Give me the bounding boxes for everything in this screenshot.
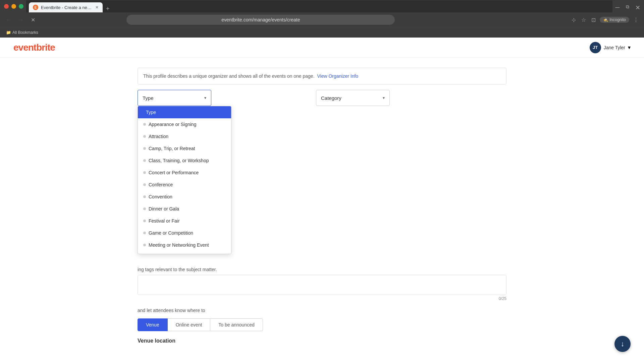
- forward-button[interactable]: →: [16, 15, 25, 24]
- option-label: Appearance or Signing: [149, 122, 196, 127]
- new-tab-button[interactable]: +: [104, 5, 112, 12]
- type-dropdown-label: Type: [143, 95, 154, 101]
- tags-input-area[interactable]: [138, 275, 506, 295]
- dropdown-option-meeting[interactable]: Meeting or Networking Event: [138, 239, 231, 251]
- toolbar-icons: ⊹ ☆ ⊡ 🕵 Incognito ⋮: [570, 15, 640, 24]
- dropdown-option-game[interactable]: Game or Competition: [138, 227, 231, 239]
- avatar: JT: [590, 42, 601, 53]
- tab-title: Eventbrite - Create a new eve...: [41, 5, 93, 10]
- window-close-button[interactable]: [4, 4, 9, 9]
- tab-favicon: E: [33, 5, 38, 10]
- window-maximize-button[interactable]: [19, 4, 23, 9]
- dropdown-option-class[interactable]: Class, Training, or Workshop: [138, 155, 231, 167]
- option-label: Dinner or Gala: [149, 206, 179, 212]
- option-label: Attraction: [149, 134, 168, 139]
- dropdown-option-conference[interactable]: Conference: [138, 179, 231, 191]
- window-controls: [4, 4, 23, 9]
- page-body: This profile describes a unique organize…: [0, 58, 644, 362]
- scroll-down-button[interactable]: ↓: [614, 336, 631, 352]
- tba-button[interactable]: To be announced: [210, 318, 263, 331]
- option-label: Class, Training, or Workshop: [149, 158, 209, 163]
- online-event-button[interactable]: Online event: [168, 318, 210, 331]
- option-label: Conference: [149, 182, 173, 187]
- win-restore-right[interactable]: ⧉: [625, 4, 630, 9]
- tab-bar: E Eventbrite - Create a new eve... ✕ +: [26, 0, 612, 12]
- bookmarks-label: All Bookmarks: [12, 30, 38, 35]
- type-dropdown-scroll[interactable]: Type Appearance or Signing Attraction: [138, 106, 231, 254]
- address-bar-row: ← → ✕ ⊹ ☆ ⊡ 🕵 Incognito ⋮: [0, 13, 644, 27]
- location-button-group: Venue Online event To be announced: [138, 318, 506, 331]
- back-button[interactable]: ←: [4, 15, 13, 24]
- bookmarks-folder[interactable]: 📁 All Bookmarks: [4, 29, 40, 36]
- option-bullet: [143, 123, 146, 126]
- incognito-badge: 🕵 Incognito: [600, 17, 629, 23]
- menu-icon[interactable]: ⋮: [632, 15, 640, 24]
- user-dropdown-chevron: ▾: [628, 44, 631, 51]
- content-area: This profile describes a unique organize…: [138, 64, 506, 344]
- option-bullet: [143, 135, 146, 138]
- option-bullet: [143, 232, 146, 234]
- option-bullet: [143, 183, 146, 186]
- option-label: Meeting or Networking Event: [149, 242, 209, 248]
- dropdown-option-other[interactable]: Other: [138, 251, 231, 254]
- option-label: Type: [146, 110, 156, 115]
- tags-section: ing tags relevant to the subject matter.…: [138, 267, 506, 301]
- char-count: 0/25: [138, 296, 506, 301]
- option-bullet: [143, 220, 146, 222]
- organizer-description: This profile describes a unique organize…: [143, 73, 315, 79]
- option-label: Concert or Performance: [149, 170, 199, 175]
- venue-location-title: Venue location: [138, 338, 506, 344]
- view-organizer-link[interactable]: View Organizer Info: [317, 73, 358, 79]
- dropdown-option-type[interactable]: Type: [138, 106, 231, 118]
- category-dropdown-arrow: ▾: [383, 96, 385, 100]
- type-dropdown-arrow: ▾: [204, 96, 206, 100]
- location-description-text: and let attendees know where to: [138, 308, 506, 313]
- win-minimize-right[interactable]: ─: [615, 4, 620, 9]
- active-tab[interactable]: E Eventbrite - Create a new eve... ✕: [29, 2, 103, 12]
- type-dropdown-button[interactable]: Type ▾: [138, 90, 211, 106]
- organizer-info-bar: This profile describes a unique organize…: [138, 68, 506, 84]
- type-dropdown-menu: Type Appearance or Signing Attraction: [138, 106, 231, 254]
- window-minimize-button[interactable]: [11, 4, 16, 9]
- win-close-right[interactable]: ✕: [635, 4, 640, 9]
- bookmarks-bar: 📁 All Bookmarks: [0, 27, 644, 38]
- location-section: and let attendees know where to Venue On…: [138, 308, 506, 331]
- eventbrite-logo[interactable]: eventbrite: [13, 42, 55, 53]
- split-view-icon[interactable]: ⊡: [590, 15, 597, 24]
- option-label: Convention: [149, 194, 172, 199]
- dropdown-option-dinner[interactable]: Dinner or Gala: [138, 203, 231, 215]
- option-bullet: [143, 195, 146, 198]
- option-bullet: [143, 171, 146, 174]
- reload-button[interactable]: ✕: [28, 15, 38, 24]
- tags-description-text: ing tags relevant to the subject matter.: [138, 267, 217, 272]
- address-input[interactable]: [126, 15, 395, 25]
- site-header: eventbrite JT Jane Tyler ▾: [0, 38, 644, 58]
- option-label: Game or Competition: [149, 230, 193, 236]
- browser-chrome: E Eventbrite - Create a new eve... ✕ + ─…: [0, 0, 644, 38]
- option-bullet: [143, 147, 146, 150]
- type-dropdown-container: Type ▾ Type Appearance or Signi: [138, 90, 211, 106]
- dropdown-option-festival[interactable]: Festival or Fair: [138, 215, 231, 227]
- dropdown-option-appearance[interactable]: Appearance or Signing: [138, 118, 231, 130]
- star-icon[interactable]: ☆: [580, 15, 587, 24]
- tab-close-button[interactable]: ✕: [95, 5, 99, 10]
- option-bullet: [143, 207, 146, 210]
- dropdown-option-concert[interactable]: Concert or Performance: [138, 167, 231, 179]
- dropdown-option-camp[interactable]: Camp, Trip, or Retreat: [138, 142, 231, 155]
- category-dropdown-label: Category: [321, 95, 341, 101]
- option-label: Camp, Trip, or Retreat: [149, 146, 195, 151]
- venue-button[interactable]: Venue: [138, 318, 168, 331]
- option-bullet: [143, 159, 146, 162]
- folder-icon: 📁: [6, 30, 11, 35]
- cast-icon[interactable]: ⊹: [570, 15, 577, 24]
- category-dropdown-button[interactable]: Category ▾: [316, 90, 390, 106]
- dropdown-option-convention[interactable]: Convention: [138, 191, 231, 203]
- dropdown-option-attraction[interactable]: Attraction: [138, 130, 231, 142]
- option-bullet: [143, 244, 146, 246]
- user-name: Jane Tyler: [604, 45, 625, 50]
- titlebar: E Eventbrite - Create a new eve... ✕ + ─…: [0, 0, 644, 13]
- incognito-icon: 🕵: [603, 17, 608, 22]
- main-content: This profile describes a unique organize…: [0, 58, 644, 362]
- tags-description: ing tags relevant to the subject matter.: [138, 267, 506, 272]
- user-menu[interactable]: JT Jane Tyler ▾: [590, 42, 631, 53]
